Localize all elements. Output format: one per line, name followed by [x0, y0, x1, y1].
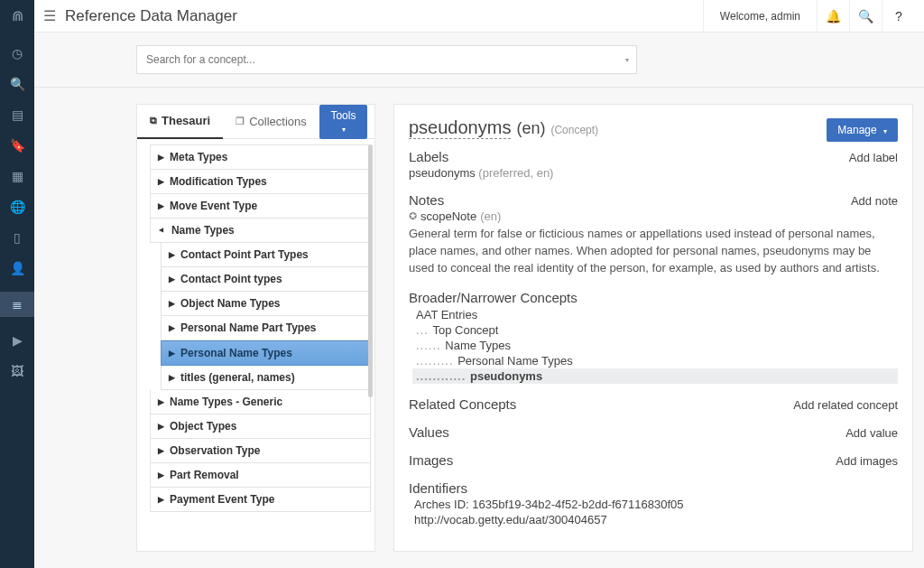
list-icon[interactable]: ▦: [12, 169, 23, 183]
image-icon[interactable]: 🖼: [11, 364, 23, 378]
chevron-right-icon: ▶: [158, 495, 164, 504]
tree-item[interactable]: ▶Payment Event Type: [150, 488, 371, 512]
nav-rail: ⋒ ◷ 🔍 ▤ 🔖 ▦ 🌐 ▯ 👤 ≣ ▶ 🖼: [0, 0, 34, 568]
tree-item[interactable]: ▶Contact Point types: [161, 267, 371, 292]
external-id[interactable]: http://vocab.getty.edu/aat/300404657: [409, 513, 898, 526]
hier-root[interactable]: AAT Entries: [416, 307, 898, 322]
bell-icon[interactable]: 🔔: [818, 0, 850, 33]
note-entry[interactable]: ✪ scopeNote (en): [409, 210, 898, 223]
manage-label: Manage: [837, 124, 876, 136]
tree-item[interactable]: ▶Object Name Types: [161, 292, 371, 316]
tree-item[interactable]: ▶Personal Name Types: [161, 340, 371, 366]
menu-toggle-icon[interactable]: ☰: [43, 7, 56, 24]
header-right: Welcome, admin 🔔 🔍 ?: [703, 0, 915, 33]
chevron-right-icon: ▶: [169, 373, 175, 382]
identifiers-title: Identifiers: [409, 480, 467, 496]
tree-item-label: Personal Name Part Types: [180, 321, 317, 334]
reference-data-icon[interactable]: ≣: [0, 292, 34, 317]
note-body: General term for false or ficticious nam…: [409, 226, 898, 277]
chevron-right-icon: ▶: [169, 349, 175, 358]
hier-level1[interactable]: ... Top Concept: [416, 322, 898, 338]
concept-title[interactable]: pseudonyms: [409, 117, 511, 139]
chevron-right-icon: ▶: [158, 397, 164, 406]
hierarchy-title: Broader/Narrower Concepts: [409, 290, 578, 305]
label-meta: (preferred, en): [478, 166, 553, 180]
tab-collections[interactable]: ❐ Collections: [223, 105, 319, 139]
tree-item[interactable]: ▶Observation Type: [150, 439, 371, 463]
chevron-right-icon: ▶: [158, 470, 164, 480]
tree-item-label: Personal Name Types: [180, 347, 292, 359]
add-value-action[interactable]: Add value: [845, 426, 898, 440]
chevron-right-icon: ▶: [158, 177, 164, 186]
tools-button[interactable]: Tools ▾: [319, 105, 367, 139]
thesauri-panel: ⧉ Thesauri ❐ Collections Tools ▾ ▶Meta T…: [136, 104, 375, 552]
add-note-action[interactable]: Add note: [851, 194, 898, 208]
main-area: ☰ Reference Data Manager Welcome, admin …: [34, 0, 924, 568]
tree-item[interactable]: ▶Name Types - Generic: [150, 390, 371, 414]
hier-current[interactable]: ............ pseudonyms: [412, 368, 898, 384]
tree-item-label: Contact Point Part Types: [180, 248, 309, 261]
tree-item-label: Name Types: [171, 224, 235, 237]
concept-type: (Concept): [550, 124, 598, 136]
tree-item[interactable]: ▶Contact Point Part Types: [161, 243, 371, 267]
globe-icon[interactable]: 🌐: [10, 200, 25, 214]
play-icon[interactable]: ▶: [13, 333, 23, 348]
concept-tree[interactable]: ▶Meta Types▶Modification Types▶Move Even…: [137, 139, 374, 551]
tree-item-label: titles (general, names): [180, 371, 295, 384]
search-input[interactable]: [146, 53, 627, 66]
user-icon[interactable]: 👤: [10, 261, 25, 275]
tree-item[interactable]: ▶Personal Name Part Types: [161, 316, 371, 340]
concept-header: pseudonyms (en) (Concept) Manage ▾: [409, 117, 898, 142]
help-icon[interactable]: ?: [882, 0, 915, 33]
label-entry[interactable]: pseudonyms (preferred, en): [409, 166, 898, 180]
app-logo-icon[interactable]: ⋒: [12, 7, 23, 30]
tree-item[interactable]: ▶Part Removal: [150, 463, 371, 488]
notes-title: Notes: [409, 192, 444, 208]
concept-detail-panel: pseudonyms (en) (Concept) Manage ▾ Label…: [393, 104, 913, 552]
clock-icon[interactable]: ◷: [12, 46, 23, 61]
add-images-action[interactable]: Add images: [836, 454, 898, 468]
values-section: Values Add value: [409, 424, 898, 440]
tree-item[interactable]: ▶titles (general, names): [161, 366, 371, 390]
tree-item-label: Part Removal: [170, 469, 239, 481]
search-header-icon[interactable]: 🔍: [850, 0, 882, 33]
tree-item[interactable]: ▶Meta Types: [150, 144, 371, 170]
tree-item[interactable]: ▶Move Event Type: [150, 194, 371, 219]
chevron-down-icon[interactable]: ▾: [625, 56, 629, 64]
tree-item-label: Move Event Type: [170, 200, 257, 212]
tab-thesauri[interactable]: ⧉ Thesauri: [137, 105, 223, 139]
chevron-right-icon: ▶: [158, 446, 164, 455]
add-related-action[interactable]: Add related concept: [793, 398, 898, 412]
hier-level3[interactable]: ......... Personal Name Types: [416, 353, 898, 368]
tab-collections-label: Collections: [249, 115, 307, 128]
arches-id: Arches ID: 1635bf19-34b2-4f52-b2dd-f6711…: [409, 498, 898, 511]
bookmark-icon[interactable]: 🔖: [10, 138, 25, 153]
concept-search[interactable]: ▾: [136, 45, 637, 74]
tools-label: Tools: [330, 109, 356, 122]
search-nav-icon[interactable]: 🔍: [10, 77, 25, 91]
chevron-right-icon: ▶: [169, 250, 175, 259]
hier-level2[interactable]: ...... Name Types: [416, 338, 898, 353]
images-section: Images Add images: [409, 452, 898, 468]
welcome-user[interactable]: Welcome, admin: [703, 0, 818, 33]
identifiers-section: Identifiers Arches ID: 1635bf19-34b2-4f5…: [409, 480, 898, 526]
chevron-right-icon: ▶: [169, 323, 175, 332]
chevron-right-icon: ▼: [157, 227, 166, 235]
tree-item[interactable]: ▼Name Types: [150, 219, 371, 243]
notes-section: Notes Add note ✪ scopeNote (en) General …: [409, 192, 898, 277]
tree-item-label: Payment Event Type: [170, 493, 274, 506]
note-type: scopeNote: [420, 210, 476, 223]
add-label-action[interactable]: Add label: [849, 151, 898, 164]
page-title: Reference Data Manager: [65, 7, 703, 25]
mobile-icon[interactable]: ▯: [14, 230, 21, 245]
document-icon[interactable]: ▤: [12, 107, 23, 122]
tree-item[interactable]: ▶Object Types: [150, 414, 371, 439]
manage-button[interactable]: Manage ▾: [827, 118, 898, 142]
tree-item-label: Contact Point types: [180, 273, 282, 285]
chevron-right-icon: ▶: [158, 153, 164, 162]
header-bar: ☰ Reference Data Manager Welcome, admin …: [34, 0, 924, 33]
tree-item-label: Name Types - Generic: [170, 396, 282, 408]
panel-tabs: ⧉ Thesauri ❐ Collections Tools ▾: [137, 105, 374, 139]
tree-item[interactable]: ▶Modification Types: [150, 170, 371, 194]
scrollbar-thumb[interactable]: [368, 144, 373, 397]
